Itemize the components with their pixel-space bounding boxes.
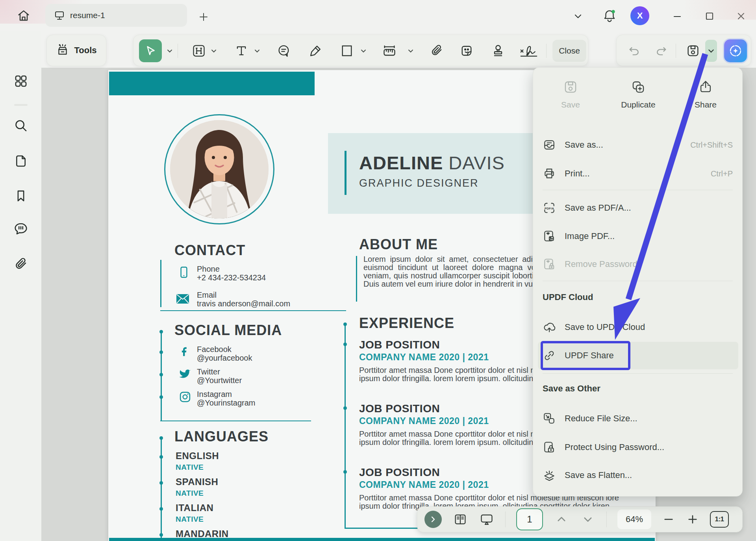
page-layout-button[interactable] bbox=[452, 511, 468, 527]
printer-icon bbox=[543, 167, 556, 180]
plus-icon bbox=[198, 12, 209, 22]
save-button[interactable] bbox=[686, 44, 700, 58]
menu-item-save-to-cloud[interactable]: Save to UPDF Cloud bbox=[543, 318, 733, 337]
menu-quick-save: Save bbox=[541, 80, 600, 109]
job-title: JOB POSITION bbox=[359, 402, 440, 415]
social-dot bbox=[159, 373, 163, 376]
minimize-icon bbox=[673, 11, 682, 21]
actual-size-label: 1:1 bbox=[715, 515, 724, 523]
bell-icon bbox=[602, 8, 617, 23]
presentation-mode-button[interactable] bbox=[479, 511, 495, 527]
resume-footer-bar bbox=[109, 538, 655, 541]
next-page-button[interactable] bbox=[580, 511, 596, 527]
tools-button[interactable]: Tools bbox=[47, 35, 106, 66]
close-window-button[interactable] bbox=[734, 9, 748, 23]
menu-item-label: Remove Password bbox=[565, 259, 637, 269]
document-tab[interactable]: resume-1 bbox=[45, 4, 187, 27]
shape-tool[interactable] bbox=[340, 44, 354, 58]
menu-quick-duplicate[interactable]: Duplicate bbox=[609, 80, 668, 109]
shape-chevron[interactable] bbox=[360, 48, 367, 54]
language-dot bbox=[159, 533, 163, 537]
menu-item-image-pdf[interactable]: Image PDF... bbox=[543, 227, 733, 246]
tools-box-icon bbox=[56, 44, 69, 57]
redo-button[interactable] bbox=[654, 44, 669, 58]
sidebar-item-comments[interactable] bbox=[13, 221, 28, 236]
job-company: COMPANY NAME 2020 | 2021 bbox=[359, 352, 489, 363]
zoom-level-input[interactable]: 64% bbox=[617, 510, 651, 529]
social-divider bbox=[160, 421, 311, 421]
menu-item-label: Save as PDF/A... bbox=[565, 203, 631, 213]
previous-page-button[interactable] bbox=[554, 511, 569, 527]
expand-statusbar-button[interactable] bbox=[424, 511, 442, 528]
minimize-button[interactable] bbox=[670, 9, 684, 23]
edit-text-tool[interactable] bbox=[192, 44, 206, 58]
ai-assistant-button[interactable] bbox=[724, 39, 747, 62]
menu-item-save-as-pdfa[interactable]: PDF/A Save as PDF/A... bbox=[543, 198, 733, 217]
user-avatar[interactable]: X bbox=[630, 6, 649, 25]
page-number-input[interactable]: 1 bbox=[516, 508, 543, 530]
close-editing-button[interactable]: Close bbox=[552, 40, 586, 62]
measure-tool[interactable] bbox=[382, 44, 397, 58]
tabs-dropdown-button[interactable] bbox=[571, 9, 585, 23]
language-level: NATIVE bbox=[176, 489, 204, 498]
edit-text-chevron[interactable] bbox=[211, 48, 217, 54]
actual-size-button[interactable]: 1:1 bbox=[710, 511, 729, 528]
page-icon bbox=[13, 154, 28, 169]
language-level: NATIVE bbox=[176, 463, 204, 472]
language-dot bbox=[159, 455, 163, 459]
menu-item-save-as[interactable]: Save as... Ctrl+Shift+S bbox=[543, 135, 733, 154]
new-tab-button[interactable] bbox=[197, 10, 210, 24]
zoom-in-button[interactable] bbox=[686, 513, 699, 526]
menu-item-updf-share[interactable]: UPDF Share bbox=[543, 346, 733, 365]
sidebar-item-thumbnails[interactable] bbox=[13, 154, 28, 169]
profile-photo bbox=[170, 120, 269, 219]
menu-item-save-as-flatten[interactable]: Save as Flatten... bbox=[543, 466, 733, 485]
stamp-tool[interactable] bbox=[491, 44, 505, 58]
sidebar-item-attachments[interactable] bbox=[13, 257, 28, 272]
home-button[interactable] bbox=[13, 6, 34, 26]
twitter-icon bbox=[179, 369, 191, 380]
instagram-icon bbox=[179, 391, 191, 403]
zoom-level: 64% bbox=[626, 514, 643, 524]
menu-divider bbox=[543, 281, 733, 281]
grid-icon bbox=[13, 74, 28, 89]
undo-button[interactable] bbox=[627, 44, 641, 58]
email-value: travis anderson@mail.com bbox=[197, 299, 290, 308]
zoom-out-button[interactable] bbox=[662, 513, 675, 526]
sidebar-item-tools-grid[interactable] bbox=[13, 74, 28, 89]
attach-tool[interactable] bbox=[430, 44, 444, 58]
maximize-button[interactable] bbox=[702, 9, 717, 23]
menu-section-save-as-other: Save as Other bbox=[543, 384, 600, 394]
page-number: 1 bbox=[527, 514, 532, 525]
select-tool-chevron[interactable] bbox=[167, 48, 173, 54]
menu-item-print[interactable]: Print... Ctrl+P bbox=[543, 164, 733, 183]
add-text-chevron[interactable] bbox=[254, 48, 260, 54]
tools-group: Tools bbox=[46, 35, 106, 66]
select-tool-button[interactable] bbox=[139, 39, 162, 62]
menu-quick-share[interactable]: Share bbox=[676, 80, 735, 109]
pen-tool[interactable] bbox=[308, 44, 322, 58]
signature-tool[interactable] bbox=[518, 44, 540, 58]
sticker-tool[interactable] bbox=[460, 44, 474, 58]
pdfa-icon: PDF/A bbox=[543, 201, 556, 215]
comment-tool[interactable] bbox=[277, 44, 291, 58]
cursor-icon bbox=[144, 44, 157, 57]
job-company: COMPANY NAME 2020 | 2021 bbox=[359, 480, 489, 490]
sidebar-item-search[interactable] bbox=[13, 118, 28, 133]
statusbar-divider bbox=[505, 511, 506, 527]
maximize-icon bbox=[705, 11, 714, 21]
monitor-icon bbox=[54, 10, 65, 21]
menu-item-reduce-file-size[interactable]: Reduce File Size... bbox=[543, 409, 733, 428]
menu-item-protect-password[interactable]: Protect Using Password... bbox=[543, 438, 733, 457]
sidebar-item-bookmarks[interactable] bbox=[13, 188, 28, 203]
toolbar-divider bbox=[676, 44, 676, 58]
save-dropdown-menu: Save Duplicate Share Save as... Ctrl+Shi… bbox=[533, 67, 743, 497]
search-icon bbox=[13, 118, 28, 133]
add-text-tool[interactable] bbox=[234, 44, 248, 58]
save-options-chevron[interactable] bbox=[705, 40, 717, 62]
notifications-button[interactable] bbox=[602, 7, 617, 24]
language-name: ITALIAN bbox=[176, 502, 213, 513]
languages-heading: LANGUAGES bbox=[174, 428, 269, 445]
toolbar-divider bbox=[178, 44, 178, 58]
measure-chevron[interactable] bbox=[408, 48, 414, 54]
